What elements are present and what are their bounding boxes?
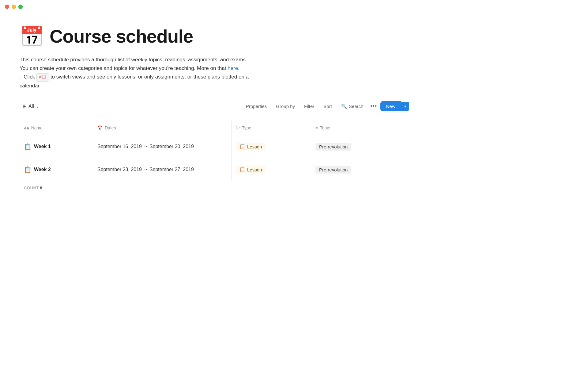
cell-name-1[interactable]: 📋 Week 1 xyxy=(20,135,93,158)
page-title: Course schedule xyxy=(50,26,193,47)
type-icon-2: 📋 xyxy=(239,167,245,172)
desc-text-4: ↓ Click xyxy=(20,74,35,80)
data-table: Aa Name 📅 Dates 🛡 Type ≡ Topic 📋 Week 1 xyxy=(20,121,409,194)
table-footer: COUNT 8 xyxy=(20,181,409,194)
row-icon-2: 📋 xyxy=(24,166,32,173)
code-badge[interactable]: All xyxy=(36,73,49,82)
text-icon: Aa xyxy=(24,126,29,130)
topic-badge-2: Pre-revolution xyxy=(315,166,351,174)
more-options-button[interactable]: ••• xyxy=(369,102,379,111)
maximize-button[interactable] xyxy=(18,5,23,9)
table-row: 📋 Week 1 September 16, 2019 → September … xyxy=(20,135,409,158)
list-icon: ≡ xyxy=(315,126,318,130)
cell-dates-2[interactable]: September 23, 2019 → September 27, 2019 xyxy=(93,158,232,181)
row-title-2[interactable]: Week 2 xyxy=(34,167,51,172)
row-title-1[interactable]: Week 1 xyxy=(34,144,51,149)
search-icon: 🔍 xyxy=(341,104,347,109)
col-type-label: Type xyxy=(242,125,251,130)
chevron-down-icon: ⌄ xyxy=(36,104,39,109)
col-header-topic: ≡ Topic xyxy=(311,121,409,135)
main-content: 📅 Course schedule This course schedule p… xyxy=(0,13,429,207)
count-value: 8 xyxy=(40,186,43,190)
topic-badge-1: Pre-revolution xyxy=(315,143,351,151)
toolbar-right: Properties Group by Filter Sort 🔍 Search… xyxy=(242,101,409,111)
view-switcher-button[interactable]: ⊞ All ⌄ xyxy=(20,102,42,111)
cell-topic-2[interactable]: Pre-revolution xyxy=(311,158,409,181)
cell-topic-1[interactable]: Pre-revolution xyxy=(311,135,409,158)
properties-button[interactable]: Properties xyxy=(242,102,270,111)
type-badge-1: 📋 Lesson xyxy=(236,143,266,151)
new-dropdown-button[interactable]: ▾ xyxy=(401,102,409,111)
toolbar-left: ⊞ All ⌄ xyxy=(20,102,241,111)
type-badge-2: 📋 Lesson xyxy=(236,166,266,174)
titlebar xyxy=(0,0,588,13)
type-label-1: Lesson xyxy=(247,144,262,149)
desc-text-5: to switch views and see only lessons, or… xyxy=(51,74,249,80)
desc-link[interactable]: here xyxy=(228,65,238,71)
calendar-icon: 📅 xyxy=(97,125,103,130)
new-dropdown-arrow-icon: ▾ xyxy=(404,104,406,109)
table-row: 📋 Week 2 September 23, 2019 → September … xyxy=(20,158,409,181)
desc-text-6: calendar. xyxy=(20,83,41,89)
desc-text-2: You can create your own categories and t… xyxy=(20,65,226,71)
new-button[interactable]: New xyxy=(380,101,401,111)
toolbar: ⊞ All ⌄ Properties Group by Filter Sort … xyxy=(20,101,409,116)
cell-dates-1[interactable]: September 16, 2019 → September 20, 2019 xyxy=(93,135,232,158)
page-icon: 📅 xyxy=(20,27,44,46)
type-icon-1: 📋 xyxy=(239,144,245,149)
row-icon-1: 📋 xyxy=(24,143,32,150)
minimize-button[interactable] xyxy=(12,5,16,9)
col-topic-label: Topic xyxy=(320,125,330,130)
table-grid-icon: ⊞ xyxy=(23,103,27,109)
search-button[interactable]: 🔍 Search xyxy=(337,102,367,111)
page-header: 📅 Course schedule xyxy=(20,26,409,47)
new-button-group: New ▾ xyxy=(380,101,409,111)
page-description: This course schedule provides a thorough… xyxy=(20,56,402,90)
count-label: COUNT xyxy=(24,186,39,190)
close-button[interactable] xyxy=(5,5,9,9)
col-header-type: 🛡 Type xyxy=(232,121,311,135)
filter-button[interactable]: Filter xyxy=(300,102,318,111)
heart-icon: 🛡 xyxy=(236,126,240,130)
col-header-name: Aa Name xyxy=(20,121,93,135)
table-header: Aa Name 📅 Dates 🛡 Type ≡ Topic xyxy=(20,121,409,135)
search-label: Search xyxy=(349,104,364,109)
view-label: All xyxy=(28,104,34,109)
group-by-button[interactable]: Group by xyxy=(272,102,299,111)
cell-name-2[interactable]: 📋 Week 2 xyxy=(20,158,93,181)
sort-button[interactable]: Sort xyxy=(320,102,336,111)
col-header-dates: 📅 Dates xyxy=(93,121,232,135)
desc-period: . xyxy=(238,65,239,71)
col-dates-label: Dates xyxy=(105,125,116,130)
cell-type-1[interactable]: 📋 Lesson xyxy=(232,135,311,158)
desc-text-1: This course schedule provides a thorough… xyxy=(20,57,247,63)
col-name-label: Name xyxy=(31,125,43,130)
cell-type-2[interactable]: 📋 Lesson xyxy=(232,158,311,181)
type-label-2: Lesson xyxy=(247,167,262,172)
